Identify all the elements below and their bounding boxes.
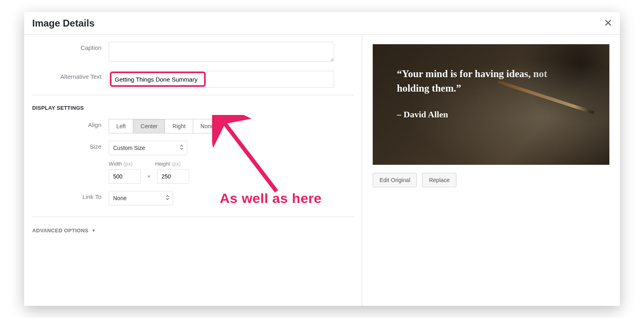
pencil-graphic: [498, 80, 594, 115]
align-label: Align: [32, 119, 109, 128]
preview-pane: “Your mind is for having ideas, not hold…: [362, 35, 620, 306]
display-settings-heading: DISPLAY SETTINGS: [32, 105, 354, 111]
times-separator: ×: [145, 173, 153, 180]
align-right-button[interactable]: Right: [165, 119, 193, 133]
height-input[interactable]: [157, 169, 189, 184]
width-input[interactable]: [109, 169, 141, 184]
advanced-options-label: ADVANCED OPTIONS: [32, 227, 89, 234]
caption-label: Caption: [32, 42, 109, 51]
align-none-button[interactable]: None: [193, 119, 221, 133]
close-icon[interactable]: ✕: [604, 18, 613, 28]
caption-row: Caption: [32, 42, 354, 64]
alt-text-label: Alternative Text: [32, 71, 109, 80]
chevron-down-icon: ▼: [92, 228, 96, 233]
linkto-row: Link To None: [32, 191, 354, 205]
align-row: Align Left Center Right None: [32, 119, 354, 133]
preview-quote: “Your mind is for having ideas, not hold…: [397, 67, 593, 121]
alt-text-field-wrapper: [109, 71, 334, 88]
align-center-button[interactable]: Center: [133, 119, 165, 133]
quote-line: holding them.”: [397, 81, 593, 96]
alt-text-row: Alternative Text: [32, 71, 354, 88]
width-label: Width: [109, 161, 122, 167]
advanced-options-toggle[interactable]: ADVANCED OPTIONS ▼: [32, 227, 354, 234]
custom-size-inputs: Width (px) Height (px) ×: [109, 161, 354, 184]
preview-actions: Edit Original Replace: [373, 173, 609, 187]
align-left-button[interactable]: Left: [109, 119, 133, 133]
px-unit: (px): [124, 161, 132, 167]
quote-author: – David Allen: [397, 108, 593, 121]
edit-original-button[interactable]: Edit Original: [373, 173, 417, 187]
size-label: Size: [32, 141, 109, 150]
divider: [32, 95, 354, 95]
image-preview: “Your mind is for having ideas, not hold…: [373, 44, 609, 165]
dialog-body: Caption Alternative Text DISPLAY SETTING…: [24, 35, 620, 306]
px-unit: (px): [171, 161, 180, 167]
caption-input[interactable]: [109, 42, 334, 62]
linkto-select[interactable]: None: [109, 191, 173, 205]
size-row: Size Custom Size Width (px): [32, 141, 354, 184]
dialog-header: Image Details ✕: [24, 12, 620, 35]
align-button-group: Left Center Right None: [109, 119, 222, 133]
dialog-title: Image Details: [32, 18, 95, 29]
annotation-highlight-box: [110, 72, 206, 87]
size-select[interactable]: Custom Size: [109, 141, 187, 155]
linkto-label: Link To: [32, 191, 109, 200]
image-details-dialog: Image Details ✕ Caption Alternative Text: [24, 12, 620, 306]
height-label: Height: [155, 161, 170, 167]
quote-line: “Your mind is for having ideas, not: [397, 67, 593, 81]
alt-text-input[interactable]: [111, 76, 204, 83]
divider: [32, 217, 354, 217]
replace-button[interactable]: Replace: [422, 173, 456, 187]
settings-pane: Caption Alternative Text DISPLAY SETTING…: [24, 35, 362, 306]
